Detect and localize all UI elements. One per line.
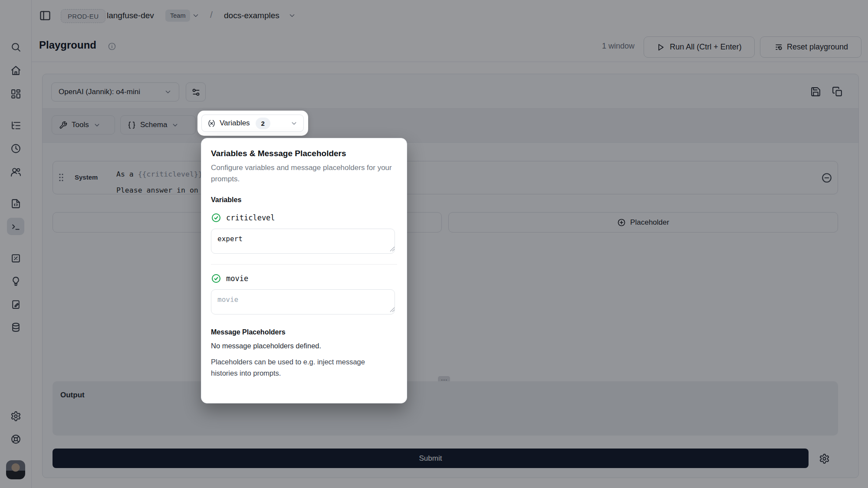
variable-item: criticlevel <box>211 213 397 223</box>
variable-value-wrapper: expert <box>211 229 397 255</box>
variables-label: Variables <box>220 119 250 128</box>
variables-popover: Variables & Message Placeholders Configu… <box>201 138 407 403</box>
circle-check-icon <box>211 213 221 223</box>
resize-corner-icon[interactable] <box>390 246 395 252</box>
variables-dropdown-button[interactable]: Variables 2 <box>201 115 304 132</box>
variables-divider <box>211 264 397 265</box>
resize-corner-icon[interactable] <box>390 307 395 312</box>
variable-name: movie <box>226 274 248 283</box>
placeholders-heading: Message Placeholders <box>211 328 397 336</box>
chevron-down-icon <box>290 120 298 127</box>
variable-name: criticlevel <box>226 213 275 222</box>
variables-count-badge: 2 <box>256 118 270 129</box>
variable-value-input[interactable] <box>211 289 395 314</box>
variables-heading: Variables <box>211 196 397 204</box>
variable-value-input[interactable]: expert <box>211 229 395 254</box>
variable-value-wrapper <box>211 289 397 316</box>
popover-description: Configure variables and message placehol… <box>211 162 398 185</box>
modal-overlay[interactable] <box>0 0 868 488</box>
variables-button-wrapper: Variables 2 <box>197 111 308 136</box>
placeholders-empty-text: No message placeholders defined. <box>211 342 397 350</box>
variable-item: movie <box>211 273 397 284</box>
popover-title: Variables & Message Placeholders <box>211 149 397 158</box>
playground-screen: PROD-EU langfuse-dev Team / docs-example… <box>0 0 868 488</box>
circle-check-icon <box>211 273 221 284</box>
variable-icon <box>207 119 216 128</box>
placeholders-hint-text: Placeholders can be used to e.g. inject … <box>211 356 389 379</box>
